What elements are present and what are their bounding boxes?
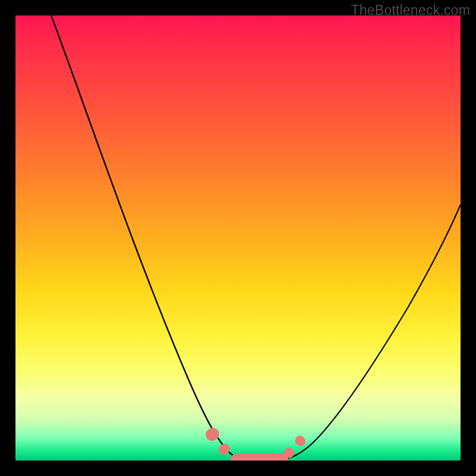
curve-right-branch [280,205,461,460]
chart-frame: TheBottleneck.com [0,0,476,476]
marker-group [204,426,307,461]
watermark-text: TheBottleneck.com [351,2,470,18]
marker-point [293,434,307,448]
curve-left-branch [51,15,246,460]
bottleneck-curve [15,15,461,461]
marker-point [204,426,221,443]
plot-area [15,15,461,461]
marker-point-wide [231,454,288,461]
marker-point [217,442,231,456]
